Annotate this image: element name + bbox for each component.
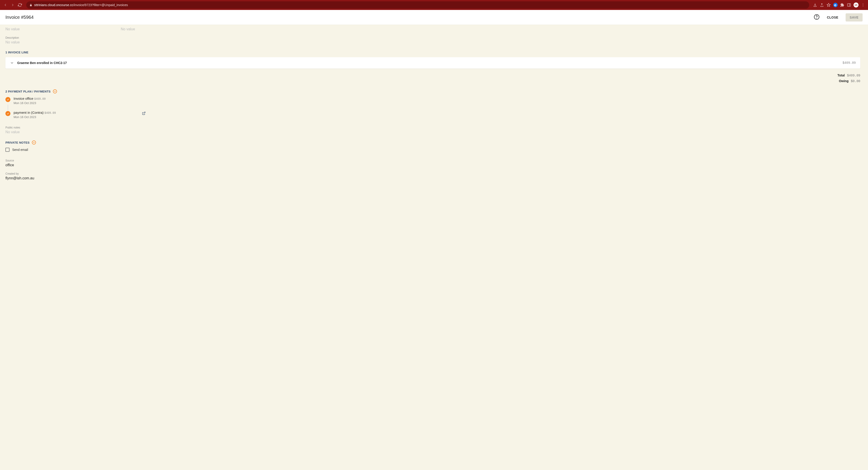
menu-icon[interactable] [861, 3, 865, 7]
extension-badge[interactable]: ◐ [833, 3, 838, 7]
description-label: Description [5, 36, 864, 39]
payment-item[interactable]: Invoice office$409.09 Mon 16 Oct 2023 [5, 97, 864, 105]
public-notes-label: Public notes [5, 126, 864, 129]
payment-title: payment in (Contra) [13, 111, 44, 115]
content-scroll[interactable]: No value No value Description No value 1… [0, 25, 868, 470]
payment-date: Mon 16 Oct 2023 [13, 101, 864, 105]
add-note-button[interactable] [32, 140, 36, 145]
total-label: Total [837, 73, 845, 77]
chrome-actions: ◐ ish [813, 2, 865, 7]
help-button[interactable] [814, 14, 819, 21]
send-email-checkbox[interactable]: Send email [5, 148, 864, 152]
timeline-connector [8, 105, 8, 111]
invoice-line-title: Graeme Ben enrolled in CHC2-17 [17, 61, 67, 65]
checkbox-label: Send email [12, 148, 28, 152]
invoice-line-amount: $409.09 [842, 61, 856, 65]
svg-point-2 [863, 4, 863, 4]
payment-amount: $409.09 [34, 97, 45, 101]
created-by-value: flynn@ish.com.au [5, 176, 864, 180]
top-field-2-value[interactable]: No value [121, 27, 135, 31]
owing-value: $0.00 [851, 80, 860, 83]
open-external-icon[interactable] [142, 112, 146, 116]
source-label: Source [5, 159, 864, 162]
profile-avatar[interactable]: ish [854, 2, 859, 7]
description-value[interactable]: No value [5, 40, 864, 44]
close-button[interactable]: CLOSE [824, 14, 841, 21]
invoice-line-row[interactable]: Graeme Ben enrolled in CHC2-17 $409.09 [5, 57, 860, 68]
chevron-down-icon [10, 61, 14, 65]
public-notes-value[interactable]: No value [5, 130, 864, 134]
lock-icon [29, 4, 32, 6]
check-icon [5, 97, 10, 102]
invoice-lines-heading: 1 INVOICE LINE [5, 51, 864, 54]
private-notes-heading: PRIVATE NOTES [5, 140, 864, 145]
panel-icon[interactable] [847, 3, 851, 7]
check-icon [5, 111, 10, 116]
svg-point-3 [863, 5, 863, 5]
extensions-icon[interactable] [840, 3, 844, 7]
reload-button[interactable] [17, 2, 23, 8]
source-value: office [5, 163, 864, 167]
owing-label: Owing [839, 79, 848, 83]
total-value: $409.09 [847, 74, 860, 77]
forward-button[interactable] [10, 2, 16, 8]
address-bar[interactable]: sttrinians.cloud.oncourse.cc/invoice/972… [26, 1, 809, 9]
share-icon[interactable] [819, 3, 824, 7]
payments-heading: 2 PAYMENT PLAN / PAYMENTS [5, 89, 864, 93]
app-header: Invoice #5964 CLOSE SAVE [0, 10, 868, 25]
top-field-1-value[interactable]: No value [5, 27, 112, 31]
browser-bar: sttrinians.cloud.oncourse.cc/invoice/972… [0, 0, 868, 10]
svg-rect-0 [847, 4, 850, 6]
page-title: Invoice #5964 [5, 15, 34, 20]
payment-title: Invoice office [13, 97, 33, 100]
back-button[interactable] [3, 2, 8, 8]
checkbox-box [5, 148, 9, 152]
created-by-label: Created by [5, 172, 864, 175]
add-payment-button[interactable] [53, 89, 57, 93]
payment-amount: $409.09 [44, 112, 56, 115]
svg-point-4 [863, 6, 863, 6]
payment-item[interactable]: payment in (Contra)$409.09 Mon 16 Oct 20… [5, 111, 56, 119]
save-button: SAVE [846, 13, 863, 22]
payment-date: Mon 16 Oct 2023 [13, 115, 56, 119]
download-icon[interactable] [813, 3, 817, 7]
bookmark-icon[interactable] [827, 3, 831, 7]
url-text: sttrinians.cloud.oncourse.cc/invoice/972… [34, 3, 128, 7]
